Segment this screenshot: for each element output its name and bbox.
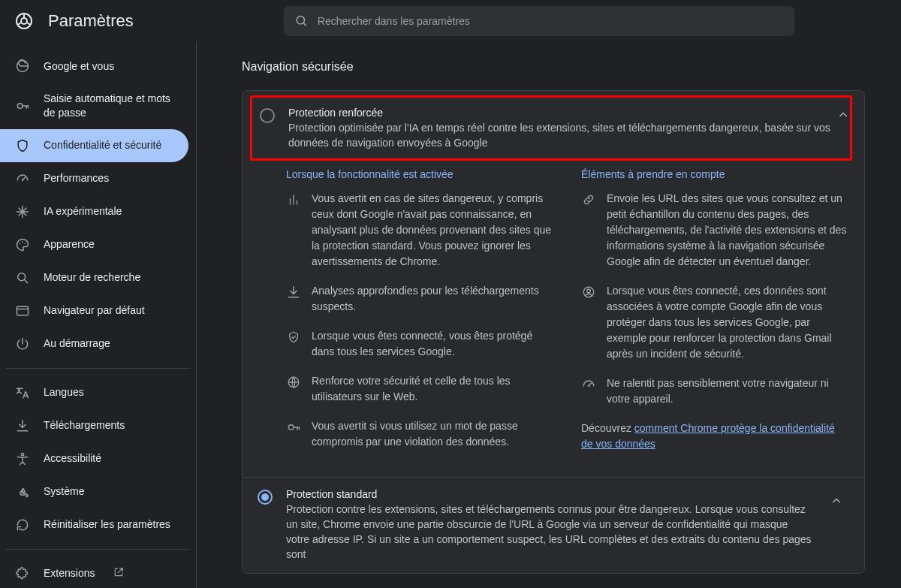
sidebar-item-extension[interactable]: Extensions xyxy=(0,557,188,588)
svg-line-3 xyxy=(303,23,306,26)
topbar: Paramètres xyxy=(0,0,901,42)
learn-more-text: Découvrez comment Chrome protège la conf… xyxy=(581,421,849,452)
sidebar-item-label: Apparence xyxy=(44,237,95,252)
sidebar-item-label: Réinitialiser les paramètres xyxy=(44,517,170,532)
sidebar-item-wrench[interactable]: Système xyxy=(0,475,188,508)
sidebar-item-label: Langues xyxy=(44,385,84,400)
sidebar-item-speed[interactable]: Performances xyxy=(0,162,188,195)
enhanced-protection-text: Protection renforcée Protection optimisé… xyxy=(288,107,842,151)
sidebar-item-shield[interactable]: Confidentialité et sécurité xyxy=(0,129,188,162)
sidebar-item-label: Performances xyxy=(44,171,109,185)
google-icon xyxy=(15,59,30,74)
enhanced-protection-highlight: Protection renforcée Protection optimisé… xyxy=(250,95,852,161)
sidebar-item-label: Extensions xyxy=(44,566,95,580)
browser-icon xyxy=(15,303,30,318)
download-icon xyxy=(15,418,30,433)
sidebar-item-translate[interactable]: Langues xyxy=(0,376,188,409)
feature-text: Vous avertit si vous utilisez un mot de … xyxy=(312,418,554,450)
svg-point-14 xyxy=(21,453,23,455)
key-icon xyxy=(15,98,30,113)
enhanced-details: Lorsque la fonctionnalité est activée Vo… xyxy=(243,168,864,477)
page-title: Paramètres xyxy=(48,11,134,31)
sidebar-item-spark[interactable]: IA expérimentale xyxy=(0,195,188,228)
sidebar-item-label: Google et vous xyxy=(44,59,114,74)
wrench-icon xyxy=(15,484,30,499)
spark-icon xyxy=(15,204,30,219)
search-icon xyxy=(294,14,309,29)
svg-point-7 xyxy=(20,243,21,244)
sidebar-item-label: Moteur de recherche xyxy=(44,270,140,285)
feature-text: Renforce votre sécurité et celle de tous… xyxy=(312,373,554,405)
globe-icon xyxy=(286,375,301,390)
sidebar-item-search[interactable]: Moteur de recherche xyxy=(0,261,188,294)
standard-protection-row: Protection standard Protection contre le… xyxy=(243,478,864,573)
chart-icon xyxy=(286,192,301,207)
accessibility-icon xyxy=(15,451,30,466)
search-input[interactable] xyxy=(318,15,784,27)
key-icon xyxy=(286,420,301,435)
svg-point-18 xyxy=(587,289,591,293)
sidebar-item-reset[interactable]: Réinitialiser les paramètres xyxy=(0,508,188,541)
sidebar-item-google[interactable]: Google et vous xyxy=(0,50,188,83)
account-icon xyxy=(581,285,596,300)
safe-browsing-card: Protection renforcée Protection optimisé… xyxy=(242,90,865,574)
sidebar-item-power[interactable]: Au démarrage xyxy=(0,327,188,360)
feature-text: Analyses approfondies pour les télécharg… xyxy=(312,283,554,315)
chrome-logo-icon xyxy=(15,12,33,30)
sidebar-item-download[interactable]: Téléchargements xyxy=(0,409,188,442)
shield-check-icon xyxy=(286,330,301,345)
main-content[interactable]: Navigation sécurisée Protection renforcé… xyxy=(197,42,901,588)
sidebar-item-palette[interactable]: Apparence xyxy=(0,228,188,261)
sidebar-item-label: Saisie automatique et mots de passe xyxy=(44,92,173,120)
svg-point-8 xyxy=(22,241,23,243)
feature-item: Envoie les URL des sites que vous consul… xyxy=(581,191,849,270)
feature-text: Envoie les URL des sites que vous consul… xyxy=(607,191,849,270)
sidebar[interactable]: Google et vousSaisie automatique et mots… xyxy=(0,42,197,588)
collapse-standard-button[interactable] xyxy=(824,488,849,514)
sidebar-item-label: IA expérimentale xyxy=(44,204,122,219)
sidebar-item-accessibility[interactable]: Accessibilité xyxy=(0,442,188,475)
feature-item: Analyses approfondies pour les télécharg… xyxy=(286,283,554,315)
sidebar-item-browser[interactable]: Navigateur par défaut xyxy=(0,294,188,327)
speed-icon xyxy=(15,171,30,186)
sidebar-item-label: Système xyxy=(44,484,84,499)
feature-item: Lorsque vous êtes connecté, ces données … xyxy=(581,283,849,362)
download-icon xyxy=(286,285,301,300)
svg-point-2 xyxy=(297,17,304,24)
reset-icon xyxy=(15,517,30,532)
sidebar-item-key[interactable]: Saisie automatique et mots de passe xyxy=(0,83,188,129)
feature-item: Ne ralentit pas sensiblement votre navig… xyxy=(581,375,849,407)
sidebar-item-label: Navigateur par défaut xyxy=(44,303,145,318)
svg-point-1 xyxy=(21,18,27,24)
considerations-column: Éléments à prendre en compte Envoie les … xyxy=(581,168,849,463)
collapse-enhanced-button[interactable] xyxy=(830,102,856,128)
search-icon xyxy=(15,270,30,285)
col1-header: Lorsque la fonctionnalité est activée xyxy=(286,168,554,180)
link-icon xyxy=(581,192,596,207)
speed-icon xyxy=(581,377,596,392)
standard-protection-radio[interactable] xyxy=(258,490,273,505)
shield-icon xyxy=(15,138,30,153)
extension-icon xyxy=(15,566,30,581)
svg-point-9 xyxy=(25,243,26,244)
feature-item: Lorsque vous êtes connecté, vous êtes pr… xyxy=(286,328,554,360)
svg-point-6 xyxy=(22,179,24,181)
standard-protection-text: Protection standard Protection contre le… xyxy=(286,488,812,562)
col2-header: Éléments à prendre en compte xyxy=(581,168,849,180)
svg-point-19 xyxy=(588,384,590,387)
translate-icon xyxy=(15,385,30,400)
feature-item: Renforce votre sécurité et celle de tous… xyxy=(286,373,554,405)
section-title: Navigation sécurisée xyxy=(242,60,865,74)
search-input-container[interactable] xyxy=(284,6,794,36)
enhanced-protection-radio[interactable] xyxy=(260,108,275,123)
sidebar-item-label: Téléchargements xyxy=(44,418,125,433)
enabled-features-column: Lorsque la fonctionnalité est activée Vo… xyxy=(286,168,554,463)
svg-rect-12 xyxy=(17,306,29,315)
svg-line-11 xyxy=(25,279,28,282)
feature-item: Vous avertit si vous utilisez un mot de … xyxy=(286,418,554,450)
open-external-icon xyxy=(113,566,125,580)
power-icon xyxy=(15,336,30,351)
sidebar-item-label: Confidentialité et sécurité xyxy=(44,138,161,152)
palette-icon xyxy=(15,237,30,252)
feature-text: Vous avertit en cas de sites dangereux, … xyxy=(312,191,554,270)
